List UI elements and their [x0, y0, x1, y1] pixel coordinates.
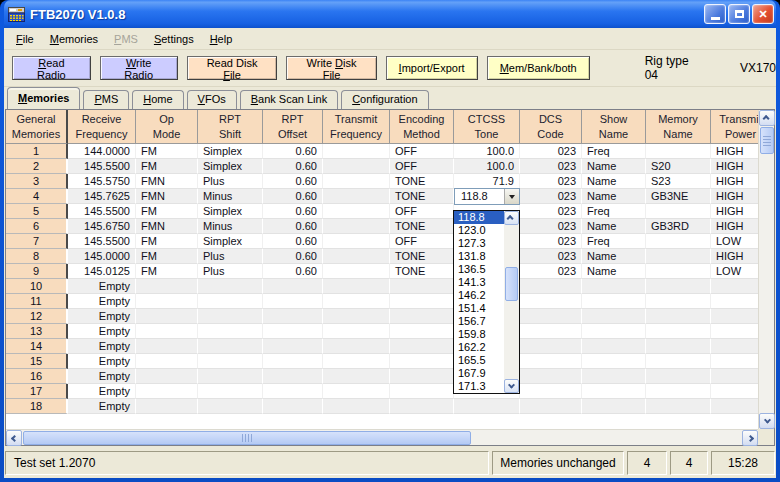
memory-cell[interactable] — [711, 339, 758, 354]
row-number-cell[interactable]: 14 — [6, 339, 68, 354]
memory-cell[interactable] — [136, 339, 198, 354]
title-bar[interactable]: FTB2070 V1.0.8 ✕ — [4, 0, 776, 28]
memory-cell[interactable] — [323, 159, 390, 174]
memory-cell[interactable]: Simplex — [198, 159, 263, 174]
memory-cell[interactable] — [263, 369, 323, 384]
memory-cell[interactable]: FM — [136, 234, 198, 249]
memory-cell[interactable]: 145.0000 — [68, 249, 136, 264]
toolbar-button-mem-bank-both[interactable]: Mem/Bank/both — [487, 56, 590, 80]
memory-cell[interactable] — [263, 339, 323, 354]
row-number-cell[interactable]: 12 — [6, 309, 68, 324]
memory-cell[interactable]: 0.60 — [263, 234, 323, 249]
ctcss-combobox[interactable]: 118.8 — [454, 188, 520, 205]
dropdown-scroll-down-button[interactable] — [504, 379, 519, 393]
memory-cell[interactable] — [323, 219, 390, 234]
toolbar-button-write-radio[interactable]: Write Radio — [100, 56, 178, 80]
memory-cell[interactable]: 145.5750 — [68, 174, 136, 189]
dropdown-option[interactable]: 127.3 — [454, 237, 504, 250]
memory-cell[interactable] — [646, 249, 711, 264]
row-number-cell[interactable]: 16 — [6, 369, 68, 384]
row-number-cell[interactable]: 13 — [6, 324, 68, 339]
memory-cell[interactable] — [136, 384, 198, 399]
app-icon[interactable] — [8, 7, 25, 22]
memory-cell[interactable]: 71.9 — [454, 174, 520, 189]
memory-cell[interactable] — [198, 324, 263, 339]
dropdown-option[interactable]: 136.5 — [454, 263, 504, 276]
toolbar-button-write-disk-file[interactable]: Write Disk File — [286, 56, 376, 80]
menu-item-settings[interactable]: Settings — [146, 30, 202, 48]
dropdown-option[interactable]: 171.3 — [454, 380, 504, 393]
memory-cell[interactable] — [323, 384, 390, 399]
memory-cell[interactable] — [646, 234, 711, 249]
memory-cell[interactable]: Empty — [68, 384, 136, 399]
memory-cell[interactable]: HIGH — [711, 174, 758, 189]
memory-cell[interactable]: GB3RD — [646, 219, 711, 234]
memory-cell[interactable]: 023 — [520, 204, 582, 219]
memory-cell[interactable]: LOW — [711, 264, 758, 279]
memory-cell[interactable] — [198, 384, 263, 399]
memory-cell[interactable] — [198, 309, 263, 324]
memory-cell[interactable] — [390, 354, 454, 369]
memory-cell[interactable]: Simplex — [198, 234, 263, 249]
memory-cell[interactable]: 023 — [520, 249, 582, 264]
memory-cell[interactable] — [263, 294, 323, 309]
memory-cell[interactable] — [390, 384, 454, 399]
memory-cell[interactable] — [323, 294, 390, 309]
memory-cell[interactable] — [263, 279, 323, 294]
memory-cell[interactable] — [323, 174, 390, 189]
memory-cell[interactable] — [582, 309, 646, 324]
tab-home[interactable]: Home — [132, 90, 183, 109]
memory-cell[interactable]: 145.5500 — [68, 204, 136, 219]
memory-cell[interactable]: HIGH — [711, 189, 758, 204]
memory-cell[interactable] — [323, 354, 390, 369]
memory-cell[interactable] — [323, 339, 390, 354]
memory-cell[interactable] — [646, 204, 711, 219]
memory-cell[interactable]: S23 — [646, 174, 711, 189]
memory-cell[interactable]: FM — [136, 264, 198, 279]
memory-cell[interactable] — [263, 324, 323, 339]
memory-cell[interactable] — [390, 369, 454, 384]
memory-cell[interactable] — [323, 144, 390, 159]
memory-cell[interactable]: FM — [136, 159, 198, 174]
row-number-cell[interactable]: 18 — [6, 399, 68, 414]
memory-cell[interactable] — [198, 294, 263, 309]
dropdown-option[interactable]: 167.9 — [454, 367, 504, 380]
memory-cell[interactable] — [582, 354, 646, 369]
memory-cell[interactable]: TONE — [390, 219, 454, 234]
row-number-cell[interactable]: 7 — [6, 234, 68, 249]
menu-item-help[interactable]: Help — [202, 30, 241, 48]
memory-cell[interactable]: 0.60 — [263, 144, 323, 159]
memory-cell[interactable] — [136, 399, 198, 414]
memory-cell[interactable]: 023 — [520, 144, 582, 159]
memory-cell[interactable]: HIGH — [711, 159, 758, 174]
memory-cell[interactable]: 023 — [520, 189, 582, 204]
row-number-cell[interactable]: 17 — [6, 384, 68, 399]
memory-cell[interactable]: Minus — [198, 219, 263, 234]
memory-cell[interactable] — [390, 309, 454, 324]
memory-cell[interactable] — [390, 399, 454, 414]
memory-cell[interactable]: 023 — [520, 219, 582, 234]
dropdown-scroll-up-button[interactable] — [504, 211, 519, 225]
memory-cell[interactable]: Name — [582, 219, 646, 234]
menu-item-file[interactable]: File — [8, 30, 42, 48]
memory-cell[interactable] — [711, 354, 758, 369]
memory-cell[interactable]: 145.6750 — [68, 219, 136, 234]
memory-cell[interactable] — [582, 339, 646, 354]
dropdown-option[interactable]: 141.3 — [454, 276, 504, 289]
memory-cell[interactable]: Simplex — [198, 204, 263, 219]
memory-cell[interactable]: Empty — [68, 324, 136, 339]
memory-cell[interactable]: Freq — [582, 144, 646, 159]
memory-cell[interactable] — [582, 369, 646, 384]
memory-cell[interactable] — [711, 399, 758, 414]
row-number-cell[interactable]: 10 — [6, 279, 68, 294]
memory-cell[interactable] — [136, 294, 198, 309]
memory-cell[interactable]: OFF — [390, 234, 454, 249]
memory-cell[interactable] — [646, 309, 711, 324]
memory-cell[interactable] — [136, 324, 198, 339]
memory-cell[interactable] — [390, 339, 454, 354]
memory-cell[interactable] — [198, 339, 263, 354]
memory-cell[interactable] — [198, 369, 263, 384]
memory-cell[interactable] — [390, 324, 454, 339]
memory-cell[interactable]: 023 — [520, 234, 582, 249]
dropdown-option[interactable]: 146.2 — [454, 289, 504, 302]
